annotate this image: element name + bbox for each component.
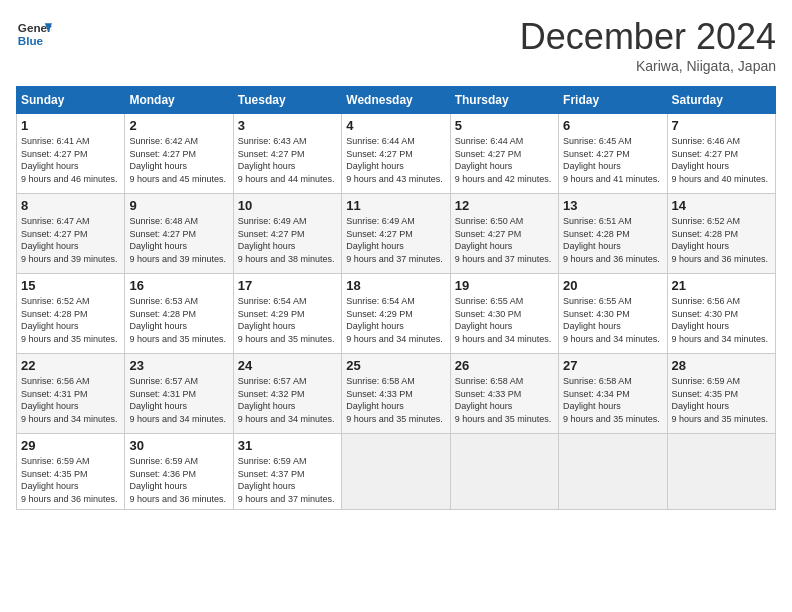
table-row: 16Sunrise: 6:53 AMSunset: 4:28 PMDayligh… — [125, 274, 233, 354]
day-detail: Sunrise: 6:43 AMSunset: 4:27 PMDaylight … — [238, 135, 337, 185]
day-number: 5 — [455, 118, 554, 133]
day-number: 25 — [346, 358, 445, 373]
table-row: 28Sunrise: 6:59 AMSunset: 4:35 PMDayligh… — [667, 354, 775, 434]
table-row: 26Sunrise: 6:58 AMSunset: 4:33 PMDayligh… — [450, 354, 558, 434]
day-number: 17 — [238, 278, 337, 293]
day-detail: Sunrise: 6:45 AMSunset: 4:27 PMDaylight … — [563, 135, 662, 185]
calendar-week-1: 1Sunrise: 6:41 AMSunset: 4:27 PMDaylight… — [17, 114, 776, 194]
day-detail: Sunrise: 6:59 AMSunset: 4:35 PMDaylight … — [21, 455, 120, 505]
table-row: 3Sunrise: 6:43 AMSunset: 4:27 PMDaylight… — [233, 114, 341, 194]
table-row: 17Sunrise: 6:54 AMSunset: 4:29 PMDayligh… — [233, 274, 341, 354]
weekday-monday: Monday — [125, 87, 233, 114]
table-row: 18Sunrise: 6:54 AMSunset: 4:29 PMDayligh… — [342, 274, 450, 354]
day-number: 11 — [346, 198, 445, 213]
table-row — [559, 434, 667, 510]
day-number: 2 — [129, 118, 228, 133]
table-row: 19Sunrise: 6:55 AMSunset: 4:30 PMDayligh… — [450, 274, 558, 354]
day-number: 29 — [21, 438, 120, 453]
day-detail: Sunrise: 6:52 AMSunset: 4:28 PMDaylight … — [672, 215, 771, 265]
day-detail: Sunrise: 6:57 AMSunset: 4:32 PMDaylight … — [238, 375, 337, 425]
day-number: 7 — [672, 118, 771, 133]
day-detail: Sunrise: 6:42 AMSunset: 4:27 PMDaylight … — [129, 135, 228, 185]
calendar-table: SundayMondayTuesdayWednesdayThursdayFrid… — [16, 86, 776, 510]
table-row: 30Sunrise: 6:59 AMSunset: 4:36 PMDayligh… — [125, 434, 233, 510]
weekday-saturday: Saturday — [667, 87, 775, 114]
table-row: 14Sunrise: 6:52 AMSunset: 4:28 PMDayligh… — [667, 194, 775, 274]
weekday-wednesday: Wednesday — [342, 87, 450, 114]
day-number: 14 — [672, 198, 771, 213]
day-detail: Sunrise: 6:59 AMSunset: 4:36 PMDaylight … — [129, 455, 228, 505]
day-number: 18 — [346, 278, 445, 293]
day-detail: Sunrise: 6:55 AMSunset: 4:30 PMDaylight … — [563, 295, 662, 345]
day-detail: Sunrise: 6:58 AMSunset: 4:33 PMDaylight … — [455, 375, 554, 425]
svg-text:Blue: Blue — [18, 34, 44, 47]
day-number: 21 — [672, 278, 771, 293]
table-row: 20Sunrise: 6:55 AMSunset: 4:30 PMDayligh… — [559, 274, 667, 354]
day-number: 28 — [672, 358, 771, 373]
table-row: 23Sunrise: 6:57 AMSunset: 4:31 PMDayligh… — [125, 354, 233, 434]
table-row: 5Sunrise: 6:44 AMSunset: 4:27 PMDaylight… — [450, 114, 558, 194]
day-number: 26 — [455, 358, 554, 373]
day-detail: Sunrise: 6:47 AMSunset: 4:27 PMDaylight … — [21, 215, 120, 265]
day-number: 1 — [21, 118, 120, 133]
day-number: 19 — [455, 278, 554, 293]
day-detail: Sunrise: 6:44 AMSunset: 4:27 PMDaylight … — [346, 135, 445, 185]
table-row: 15Sunrise: 6:52 AMSunset: 4:28 PMDayligh… — [17, 274, 125, 354]
day-detail: Sunrise: 6:58 AMSunset: 4:34 PMDaylight … — [563, 375, 662, 425]
table-row — [342, 434, 450, 510]
weekday-tuesday: Tuesday — [233, 87, 341, 114]
day-number: 3 — [238, 118, 337, 133]
day-number: 22 — [21, 358, 120, 373]
day-detail: Sunrise: 6:53 AMSunset: 4:28 PMDaylight … — [129, 295, 228, 345]
day-detail: Sunrise: 6:58 AMSunset: 4:33 PMDaylight … — [346, 375, 445, 425]
page-header: General Blue December 2024 Kariwa, Niiga… — [16, 16, 776, 74]
day-number: 27 — [563, 358, 662, 373]
day-number: 31 — [238, 438, 337, 453]
day-detail: Sunrise: 6:46 AMSunset: 4:27 PMDaylight … — [672, 135, 771, 185]
day-number: 4 — [346, 118, 445, 133]
day-detail: Sunrise: 6:59 AMSunset: 4:37 PMDaylight … — [238, 455, 337, 505]
table-row: 24Sunrise: 6:57 AMSunset: 4:32 PMDayligh… — [233, 354, 341, 434]
weekday-header-row: SundayMondayTuesdayWednesdayThursdayFrid… — [17, 87, 776, 114]
table-row: 8Sunrise: 6:47 AMSunset: 4:27 PMDaylight… — [17, 194, 125, 274]
calendar-week-3: 15Sunrise: 6:52 AMSunset: 4:28 PMDayligh… — [17, 274, 776, 354]
table-row: 25Sunrise: 6:58 AMSunset: 4:33 PMDayligh… — [342, 354, 450, 434]
day-detail: Sunrise: 6:41 AMSunset: 4:27 PMDaylight … — [21, 135, 120, 185]
day-detail: Sunrise: 6:54 AMSunset: 4:29 PMDaylight … — [238, 295, 337, 345]
day-number: 24 — [238, 358, 337, 373]
day-detail: Sunrise: 6:51 AMSunset: 4:28 PMDaylight … — [563, 215, 662, 265]
calendar-week-2: 8Sunrise: 6:47 AMSunset: 4:27 PMDaylight… — [17, 194, 776, 274]
table-row: 31Sunrise: 6:59 AMSunset: 4:37 PMDayligh… — [233, 434, 341, 510]
day-number: 9 — [129, 198, 228, 213]
day-number: 6 — [563, 118, 662, 133]
calendar-week-4: 22Sunrise: 6:56 AMSunset: 4:31 PMDayligh… — [17, 354, 776, 434]
table-row: 9Sunrise: 6:48 AMSunset: 4:27 PMDaylight… — [125, 194, 233, 274]
table-row: 4Sunrise: 6:44 AMSunset: 4:27 PMDaylight… — [342, 114, 450, 194]
weekday-thursday: Thursday — [450, 87, 558, 114]
weekday-friday: Friday — [559, 87, 667, 114]
day-detail: Sunrise: 6:56 AMSunset: 4:31 PMDaylight … — [21, 375, 120, 425]
table-row — [450, 434, 558, 510]
table-row: 6Sunrise: 6:45 AMSunset: 4:27 PMDaylight… — [559, 114, 667, 194]
table-row: 12Sunrise: 6:50 AMSunset: 4:27 PMDayligh… — [450, 194, 558, 274]
table-row: 29Sunrise: 6:59 AMSunset: 4:35 PMDayligh… — [17, 434, 125, 510]
logo: General Blue — [16, 16, 52, 52]
table-row: 11Sunrise: 6:49 AMSunset: 4:27 PMDayligh… — [342, 194, 450, 274]
title-block: December 2024 Kariwa, Niigata, Japan — [520, 16, 776, 74]
day-detail: Sunrise: 6:44 AMSunset: 4:27 PMDaylight … — [455, 135, 554, 185]
logo-icon: General Blue — [16, 16, 52, 52]
day-detail: Sunrise: 6:49 AMSunset: 4:27 PMDaylight … — [238, 215, 337, 265]
day-number: 12 — [455, 198, 554, 213]
day-number: 16 — [129, 278, 228, 293]
table-row: 13Sunrise: 6:51 AMSunset: 4:28 PMDayligh… — [559, 194, 667, 274]
day-detail: Sunrise: 6:57 AMSunset: 4:31 PMDaylight … — [129, 375, 228, 425]
table-row: 27Sunrise: 6:58 AMSunset: 4:34 PMDayligh… — [559, 354, 667, 434]
table-row: 7Sunrise: 6:46 AMSunset: 4:27 PMDaylight… — [667, 114, 775, 194]
location-subtitle: Kariwa, Niigata, Japan — [520, 58, 776, 74]
table-row: 2Sunrise: 6:42 AMSunset: 4:27 PMDaylight… — [125, 114, 233, 194]
day-detail: Sunrise: 6:56 AMSunset: 4:30 PMDaylight … — [672, 295, 771, 345]
day-number: 15 — [21, 278, 120, 293]
table-row — [667, 434, 775, 510]
day-number: 10 — [238, 198, 337, 213]
table-row: 22Sunrise: 6:56 AMSunset: 4:31 PMDayligh… — [17, 354, 125, 434]
